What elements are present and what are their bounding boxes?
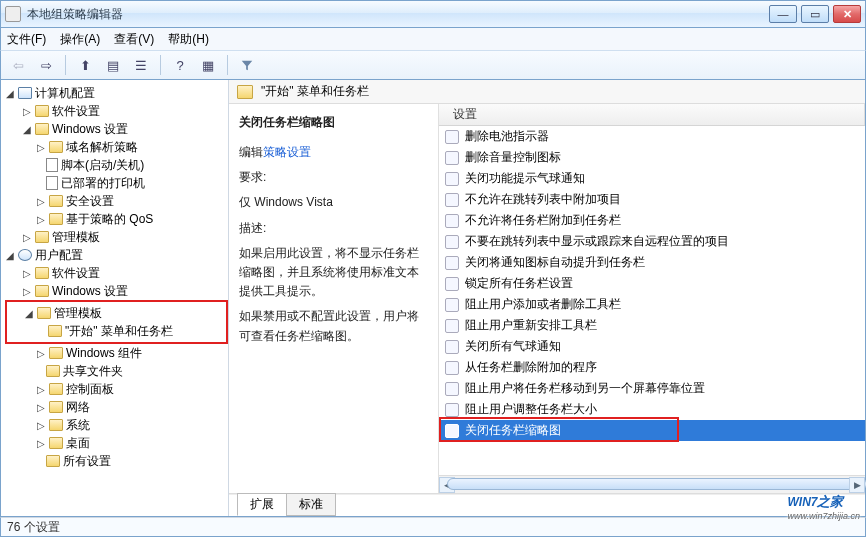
list-item[interactable]: 不允许将任务栏附加到任务栏 bbox=[439, 210, 865, 231]
tree-node-startmenu-taskbar[interactable]: "开始" 菜单和任务栏 bbox=[65, 323, 173, 340]
list-item[interactable]: 不要在跳转列表中显示或跟踪来自远程位置的项目 bbox=[439, 231, 865, 252]
list-item[interactable]: 不允许在跳转列表中附加项目 bbox=[439, 189, 865, 210]
tree-node-security[interactable]: 安全设置 bbox=[66, 193, 114, 210]
twisty-icon[interactable]: ▷ bbox=[36, 142, 46, 153]
nav-tree[interactable]: ◢计算机配置 ▷软件设置 ◢Windows 设置 ▷域名解析策略 脚本(启动/关… bbox=[1, 80, 229, 516]
list-item-label: 不要在跳转列表中显示或跟踪来自远程位置的项目 bbox=[465, 233, 729, 250]
list-item[interactable]: 删除音量控制图标 bbox=[439, 147, 865, 168]
list-item[interactable]: 删除电池指示器 bbox=[439, 126, 865, 147]
twisty-icon[interactable]: ▷ bbox=[22, 106, 32, 117]
tree-node-admin-templates[interactable]: 管理模板 bbox=[52, 229, 100, 246]
properties-button[interactable]: ☰ bbox=[130, 54, 152, 76]
list-item[interactable]: 阻止用户添加或者删除工具栏 bbox=[439, 294, 865, 315]
twisty-icon[interactable]: ▷ bbox=[36, 402, 46, 413]
tree-node-system[interactable]: 系统 bbox=[66, 417, 90, 434]
list-item-label: 关闭将通知图标自动提升到任务栏 bbox=[465, 254, 645, 271]
folder-icon bbox=[49, 437, 63, 449]
list-item-label: 删除音量控制图标 bbox=[465, 149, 561, 166]
list-item[interactable]: 阻止用户重新安排工具栏 bbox=[439, 315, 865, 336]
window-title: 本地组策略编辑器 bbox=[27, 6, 769, 23]
help-button[interactable]: ? bbox=[169, 54, 191, 76]
twisty-icon[interactable]: ▷ bbox=[36, 214, 46, 225]
list-header[interactable]: 设置 bbox=[439, 104, 865, 126]
setting-icon bbox=[445, 151, 459, 165]
toolbar-separator bbox=[160, 55, 161, 75]
edit-policy-link[interactable]: 策略设置 bbox=[263, 145, 311, 159]
tree-node-win-components[interactable]: Windows 组件 bbox=[66, 345, 142, 362]
list-item[interactable]: 关闭任务栏缩略图 bbox=[439, 420, 865, 441]
list-column-setting[interactable]: 设置 bbox=[449, 104, 865, 125]
list-item-label: 从任务栏删除附加的程序 bbox=[465, 359, 597, 376]
twisty-icon[interactable]: ▷ bbox=[36, 420, 46, 431]
tree-node-desktop[interactable]: 桌面 bbox=[66, 435, 90, 452]
menu-view[interactable]: 查看(V) bbox=[114, 31, 154, 48]
settings-list[interactable]: 删除电池指示器删除音量控制图标关闭功能提示气球通知不允许在跳转列表中附加项目不允… bbox=[439, 126, 865, 475]
tab-standard[interactable]: 标准 bbox=[286, 493, 336, 516]
twisty-icon[interactable]: ▷ bbox=[36, 438, 46, 449]
list-item[interactable]: 关闭功能提示气球通知 bbox=[439, 168, 865, 189]
selected-setting-title: 关闭任务栏缩略图 bbox=[239, 114, 428, 131]
twisty-icon[interactable]: ◢ bbox=[5, 250, 15, 261]
forward-button[interactable]: ⇨ bbox=[35, 54, 57, 76]
status-text: 76 个设置 bbox=[7, 519, 60, 536]
twisty-icon[interactable]: ▷ bbox=[36, 196, 46, 207]
list-item[interactable]: 关闭将通知图标自动提升到任务栏 bbox=[439, 252, 865, 273]
folder-icon bbox=[37, 307, 51, 319]
twisty-icon[interactable]: ▷ bbox=[22, 232, 32, 243]
menu-bar: 文件(F) 操作(A) 查看(V) 帮助(H) bbox=[0, 28, 866, 50]
tree-node-user-software[interactable]: 软件设置 bbox=[52, 265, 100, 282]
tree-node-shared-folders[interactable]: 共享文件夹 bbox=[63, 363, 123, 380]
twisty-icon[interactable]: ▷ bbox=[36, 384, 46, 395]
tree-node-network[interactable]: 网络 bbox=[66, 399, 90, 416]
scroll-right-button[interactable]: ▶ bbox=[849, 477, 865, 493]
list-item[interactable]: 从任务栏删除附加的程序 bbox=[439, 357, 865, 378]
close-button[interactable]: ✕ bbox=[833, 5, 861, 23]
tree-node-user-windows[interactable]: Windows 设置 bbox=[52, 283, 128, 300]
list-item[interactable]: 阻止用户调整任务栏大小 bbox=[439, 399, 865, 420]
folder-icon bbox=[35, 231, 49, 243]
horizontal-scrollbar[interactable]: ◀ ▶ bbox=[439, 475, 865, 493]
export-button[interactable]: ▦ bbox=[197, 54, 219, 76]
list-item[interactable]: 关闭所有气球通知 bbox=[439, 336, 865, 357]
list-item[interactable]: 阻止用户将任务栏移动到另一个屏幕停靠位置 bbox=[439, 378, 865, 399]
scroll-thumb[interactable] bbox=[447, 478, 866, 490]
setting-icon bbox=[445, 235, 459, 249]
twisty-icon[interactable]: ▷ bbox=[36, 348, 46, 359]
show-hide-tree-button[interactable]: ▤ bbox=[102, 54, 124, 76]
folder-icon bbox=[49, 347, 63, 359]
content-area: ◢计算机配置 ▷软件设置 ◢Windows 设置 ▷域名解析策略 脚本(启动/关… bbox=[0, 80, 866, 517]
twisty-icon[interactable]: ▷ bbox=[22, 286, 32, 297]
twisty-icon[interactable]: ◢ bbox=[24, 308, 34, 319]
tree-node-user-config[interactable]: 用户配置 bbox=[35, 247, 83, 264]
menu-help[interactable]: 帮助(H) bbox=[168, 31, 209, 48]
tree-node-windows-settings[interactable]: Windows 设置 bbox=[52, 121, 128, 138]
tree-node-user-admin-templates[interactable]: 管理模板 bbox=[54, 305, 102, 322]
back-button[interactable]: ⇦ bbox=[7, 54, 29, 76]
tab-extended[interactable]: 扩展 bbox=[237, 493, 287, 516]
tree-node-all-settings[interactable]: 所有设置 bbox=[63, 453, 111, 470]
tree-node-computer-config[interactable]: 计算机配置 bbox=[35, 85, 95, 102]
tree-node-software-settings[interactable]: 软件设置 bbox=[52, 103, 100, 120]
description-pane: 关闭任务栏缩略图 编辑策略设置 要求: 仅 Windows Vista 描述: … bbox=[229, 104, 439, 493]
tree-node-control-panel[interactable]: 控制面板 bbox=[66, 381, 114, 398]
twisty-icon[interactable]: ◢ bbox=[5, 88, 15, 99]
right-pane-title: "开始" 菜单和任务栏 bbox=[261, 83, 369, 100]
list-item[interactable]: 锁定所有任务栏设置 bbox=[439, 273, 865, 294]
menu-action[interactable]: 操作(A) bbox=[60, 31, 100, 48]
twisty-icon[interactable]: ◢ bbox=[22, 124, 32, 135]
filter-button[interactable] bbox=[236, 54, 258, 76]
list-item-label: 阻止用户将任务栏移动到另一个屏幕停靠位置 bbox=[465, 380, 705, 397]
tree-node-printers[interactable]: 已部署的打印机 bbox=[61, 175, 145, 192]
minimize-button[interactable]: — bbox=[769, 5, 797, 23]
up-button[interactable]: ⬆ bbox=[74, 54, 96, 76]
setting-icon bbox=[445, 319, 459, 333]
folder-icon bbox=[49, 213, 63, 225]
folder-icon bbox=[49, 141, 63, 153]
tree-node-qos[interactable]: 基于策略的 QoS bbox=[66, 211, 153, 228]
twisty-icon[interactable]: ▷ bbox=[22, 268, 32, 279]
folder-icon bbox=[35, 285, 49, 297]
tree-node-scripts[interactable]: 脚本(启动/关机) bbox=[61, 157, 144, 174]
menu-file[interactable]: 文件(F) bbox=[7, 31, 46, 48]
tree-node-dns[interactable]: 域名解析策略 bbox=[66, 139, 138, 156]
maximize-button[interactable]: ▭ bbox=[801, 5, 829, 23]
